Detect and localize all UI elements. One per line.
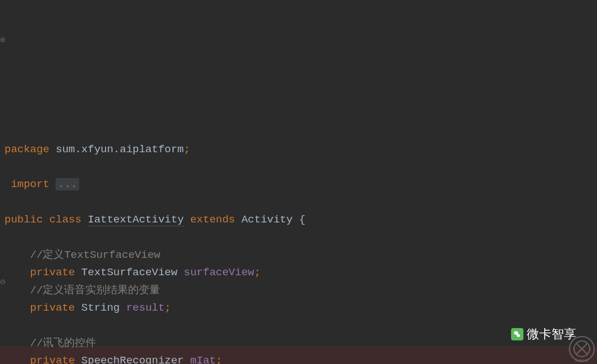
brace-open: { (299, 213, 306, 226)
comment: //定义语音实别结果的变量 (30, 284, 161, 297)
keyword-extends: extends (190, 213, 235, 226)
code-editor[interactable]: package sum.xfyun.aiplatform; import ...… (0, 141, 597, 364)
comment: //定义TextSurfaceView (30, 249, 161, 261)
type-name: TextSurfaceView (81, 266, 177, 279)
superclass-name: Activity (241, 213, 293, 226)
keyword-private: private (30, 266, 75, 279)
fold-icon[interactable]: ⊕ (0, 33, 6, 48)
comment: //讯飞的控件 (30, 337, 97, 349)
keyword-private: private (30, 302, 75, 314)
keyword-package: package (4, 143, 49, 156)
keyword-public: public (4, 213, 43, 226)
field-name: result (126, 302, 165, 314)
svg-text:创新互联: 创新互联 (575, 358, 589, 362)
semicolon: ; (184, 143, 190, 156)
semicolon: ; (254, 266, 261, 279)
class-declaration: IattextActivity (88, 213, 184, 226)
package-name: sum.xfyun.aiplatform (49, 143, 184, 156)
fold-icon[interactable]: ⊖ (0, 275, 6, 290)
watermark-brand-logo: 创新互联 (566, 333, 597, 364)
collapsed-imports[interactable]: ... (56, 178, 79, 190)
keyword-import: import (11, 178, 49, 190)
field-name: mIat (190, 354, 216, 364)
wechat-icon (511, 328, 523, 340)
keyword-class: class (49, 213, 81, 226)
semicolon: ; (165, 302, 171, 314)
field-name: surfaceView (184, 266, 254, 279)
type-name: String (81, 302, 120, 314)
semicolon: ; (216, 354, 222, 364)
keyword-private: private (30, 354, 75, 364)
type-name: SpeechRecognizer (81, 354, 184, 364)
